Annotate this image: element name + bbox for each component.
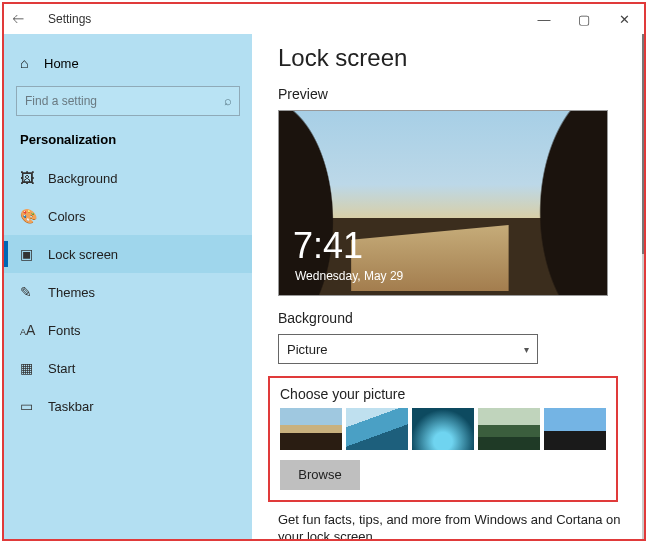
section-heading: Personalization	[4, 126, 252, 159]
preview-label: Preview	[278, 86, 624, 102]
app-title: Settings	[36, 12, 524, 26]
sidebar-item-taskbar[interactable]: ▭ Taskbar	[4, 387, 252, 425]
close-button[interactable]: ✕	[604, 12, 644, 27]
home-label: Home	[44, 56, 79, 71]
sidebar-item-label: Colors	[48, 209, 86, 224]
search-input[interactable]	[16, 86, 240, 116]
sidebar-item-label: Taskbar	[48, 399, 94, 414]
picture-thumbnail[interactable]	[346, 408, 408, 450]
sidebar-item-label: Themes	[48, 285, 95, 300]
sidebar-item-label: Start	[48, 361, 75, 376]
choose-picture-group: Choose your picture Browse	[268, 376, 618, 502]
scrollbar-thumb[interactable]	[642, 34, 644, 254]
sidebar-item-themes[interactable]: ✎ Themes	[4, 273, 252, 311]
background-label: Background	[278, 310, 624, 326]
maximize-button[interactable]: ▢	[564, 12, 604, 27]
chevron-down-icon: ▾	[524, 344, 529, 355]
fonts-icon: AA	[20, 322, 48, 338]
picture-thumbnail[interactable]	[412, 408, 474, 450]
sidebar-item-label: Background	[48, 171, 117, 186]
titlebar: 🡠 Settings — ▢ ✕	[4, 4, 644, 34]
page-title: Lock screen	[278, 44, 624, 72]
preview-time: 7:41	[293, 225, 363, 267]
sidebar-item-colors[interactable]: 🎨 Colors	[4, 197, 252, 235]
preview-date: Wednesday, May 29	[295, 269, 403, 283]
choose-picture-label: Choose your picture	[280, 386, 606, 402]
sidebar: ⌂ Home ⌕ Personalization 🖼 Background 🎨 …	[4, 34, 252, 539]
sidebar-item-fonts[interactable]: AA Fonts	[4, 311, 252, 349]
browse-button[interactable]: Browse	[280, 460, 360, 490]
picture-thumbnails	[280, 408, 606, 450]
sidebar-item-background[interactable]: 🖼 Background	[4, 159, 252, 197]
sidebar-item-lock-screen[interactable]: ▣ Lock screen	[4, 235, 252, 273]
start-icon: ▦	[20, 360, 48, 376]
picture-thumbnail[interactable]	[544, 408, 606, 450]
sidebar-item-label: Fonts	[48, 323, 81, 338]
home-icon: ⌂	[20, 55, 44, 71]
lock-screen-preview: 7:41 Wednesday, May 29	[278, 110, 608, 296]
search-icon: ⌕	[224, 93, 232, 108]
themes-icon: ✎	[20, 284, 48, 300]
tip-text: Get fun facts, tips, and more from Windo…	[278, 512, 624, 539]
lock-screen-icon: ▣	[20, 246, 48, 262]
picture-thumbnail[interactable]	[280, 408, 342, 450]
home-link[interactable]: ⌂ Home	[4, 46, 252, 80]
content-pane: Lock screen Preview 7:41 Wednesday, May …	[252, 34, 644, 539]
palette-icon: 🎨	[20, 208, 48, 224]
minimize-button[interactable]: —	[524, 12, 564, 27]
picture-icon: 🖼	[20, 170, 48, 186]
taskbar-icon: ▭	[20, 398, 48, 414]
background-dropdown[interactable]: Picture ▾	[278, 334, 538, 364]
back-button[interactable]: 🡠	[12, 12, 36, 26]
sidebar-item-start[interactable]: ▦ Start	[4, 349, 252, 387]
sidebar-item-label: Lock screen	[48, 247, 118, 262]
dropdown-value: Picture	[287, 342, 327, 357]
picture-thumbnail[interactable]	[478, 408, 540, 450]
